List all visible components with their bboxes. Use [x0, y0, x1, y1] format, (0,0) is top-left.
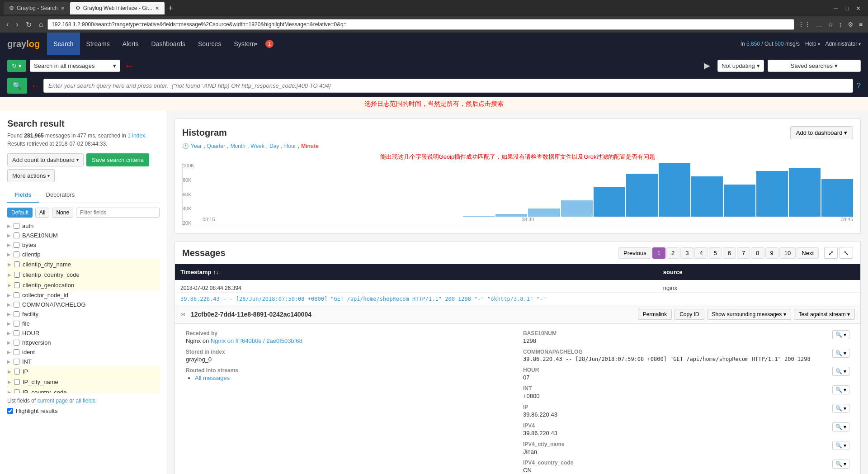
stream-selector[interactable]: Search in all messages ▾: [30, 60, 120, 72]
interval-year[interactable]: Year: [191, 143, 202, 149]
interval-week[interactable]: Week: [250, 143, 264, 149]
nav-dashboards[interactable]: Dashboards: [145, 33, 192, 55]
field-item-ip[interactable]: ▶ IP: [7, 366, 160, 377]
all-messages-link[interactable]: All messages: [195, 374, 230, 381]
field-item-clientip[interactable]: ▶ clientip: [7, 250, 160, 259]
interval-hour[interactable]: Hour: [284, 143, 296, 149]
interval-quarter[interactable]: Quarter: [207, 143, 226, 149]
browser-menu-icon[interactable]: …: [814, 20, 824, 29]
window-maximize[interactable]: □: [841, 5, 852, 12]
page-6-button[interactable]: 6: [723, 247, 736, 259]
all-fields-link[interactable]: all fields: [75, 398, 95, 404]
log-line[interactable]: 39.86.220.43 - - [28/Jun/2018:07:59:08 +…: [180, 296, 546, 302]
field-item-ident[interactable]: ▶ ident: [7, 347, 160, 357]
page-1-button[interactable]: 1: [652, 247, 665, 259]
field-checkbox-ip[interactable]: [14, 369, 20, 374]
admin-link[interactable]: Administrator: [826, 41, 861, 47]
field-item-hour[interactable]: ▶ HOUR: [7, 328, 160, 338]
field-item-collector[interactable]: ▶ collector_node_id: [7, 290, 160, 300]
browser-tab-2[interactable]: ⚙ Graylog Web Interface - Gr... ✕: [70, 2, 165, 14]
field-checkbox-commonapachelog[interactable]: [14, 302, 19, 308]
field-checkbox-int[interactable]: [14, 359, 19, 365]
field-checkbox-clientip[interactable]: [14, 251, 19, 257]
page-3-button[interactable]: 3: [680, 247, 693, 259]
permalink-button[interactable]: Permalink: [638, 309, 672, 320]
test-stream-button[interactable]: Test against stream: [794, 309, 855, 320]
bookmark-icon[interactable]: ☆: [826, 20, 835, 29]
forward-button[interactable]: ›: [13, 19, 21, 29]
next-page-button[interactable]: Next: [797, 247, 819, 259]
tab-fields[interactable]: Fields: [7, 188, 39, 203]
hour-zoom[interactable]: 🔍 ▾: [832, 367, 849, 376]
settings-icon[interactable]: ⚙: [846, 20, 855, 29]
browser-tab-1[interactable]: ⚙ Graylog - Search ✕: [4, 2, 70, 14]
help-link[interactable]: Help: [805, 41, 820, 47]
search-mode-button[interactable]: ↻ ▾: [7, 60, 26, 72]
message-id-text[interactable]: 12cfb0e2-7dd4-11e8-8891-0242ac140004: [191, 311, 311, 318]
field-checkbox-httpversion[interactable]: [14, 340, 19, 346]
field-item-base10num[interactable]: ▶ BASE10NUM: [7, 231, 160, 240]
nav-streams[interactable]: Streams: [80, 33, 116, 55]
page-2-button[interactable]: 2: [666, 247, 679, 259]
field-item-ip-city[interactable]: ▶ IP_city_name: [7, 377, 160, 387]
interval-minute[interactable]: Minute: [301, 143, 319, 149]
page-10-button[interactable]: 10: [779, 247, 796, 259]
filter-all-btn[interactable]: All: [35, 208, 49, 218]
field-item-ip-country[interactable]: ▶ IP_country_code: [7, 387, 160, 393]
ip-zoom[interactable]: 🔍 ▾: [832, 404, 849, 413]
current-page-link[interactable]: current page: [38, 398, 68, 404]
field-item-clientip-country[interactable]: ▶ clientip_country_code: [7, 270, 160, 280]
extensions-icon[interactable]: ⋮⋮: [796, 20, 812, 29]
ipv4-zoom[interactable]: 🔍 ▾: [832, 422, 849, 431]
page-8-button[interactable]: 8: [751, 247, 764, 259]
update-dropdown[interactable]: Not updating ▾: [717, 60, 764, 72]
page-5-button[interactable]: 5: [709, 247, 722, 259]
interval-day[interactable]: Day: [269, 143, 279, 149]
show-surrounding-button[interactable]: Show surrounding messages: [707, 309, 791, 320]
field-item-clientip-city[interactable]: ▶ clientip_city_name: [7, 259, 160, 270]
interval-month[interactable]: Month: [231, 143, 245, 149]
window-close[interactable]: ✕: [852, 5, 864, 12]
field-item-auth[interactable]: ▶ auth: [7, 221, 160, 231]
collapse-button[interactable]: ⤡: [840, 247, 853, 259]
play-button[interactable]: ▶: [700, 59, 714, 72]
node-link[interactable]: Nginx on ff f640b0e / 2ae0f503bf68: [211, 337, 302, 344]
nav-sources[interactable]: Sources: [192, 33, 227, 55]
nav-system[interactable]: System: [227, 33, 264, 55]
field-checkbox-collector[interactable]: [14, 292, 19, 298]
query-help-icon[interactable]: ?: [857, 82, 861, 90]
new-tab-button[interactable]: +: [165, 4, 177, 13]
copy-id-button[interactable]: Copy ID: [675, 309, 704, 320]
field-item-file[interactable]: ▶ file: [7, 319, 160, 328]
address-bar[interactable]: [47, 19, 794, 30]
window-minimize[interactable]: ─: [830, 5, 841, 12]
field-checkbox-clientip-country[interactable]: [14, 272, 20, 278]
add-to-dashboard-button[interactable]: Add to dashboard ▾: [790, 126, 853, 139]
search-input[interactable]: [43, 79, 853, 93]
field-item-int[interactable]: ▶ INT: [7, 357, 160, 366]
page-7-button[interactable]: 7: [737, 247, 750, 259]
field-item-bytes[interactable]: ▶ bytes: [7, 240, 160, 250]
index-count-link[interactable]: 1 index: [127, 133, 145, 139]
col-timestamp[interactable]: Timestamp ↑↓: [175, 264, 658, 280]
commonapachelog-zoom[interactable]: 🔍 ▾: [832, 349, 849, 358]
back-button[interactable]: ‹: [4, 19, 11, 29]
add-count-dashboard-button[interactable]: Add count to dashboard: [7, 153, 84, 166]
field-checkbox-ip-country[interactable]: [14, 389, 20, 393]
tab-close-1[interactable]: ✕: [61, 5, 65, 11]
filter-none-btn[interactable]: None: [52, 208, 73, 218]
sync-icon[interactable]: ↕: [837, 20, 844, 29]
search-button[interactable]: 🔍: [7, 78, 27, 94]
field-checkbox-clientip-geo[interactable]: [14, 282, 20, 288]
field-filter-input[interactable]: [76, 208, 160, 218]
more-actions-button[interactable]: More actions: [7, 169, 55, 182]
filter-default-btn[interactable]: Default: [7, 208, 33, 218]
ipv4-country-zoom[interactable]: 🔍 ▾: [832, 460, 849, 469]
tab-close-2[interactable]: ✕: [155, 5, 159, 11]
save-search-button[interactable]: Save search criteria: [86, 153, 149, 166]
page-9-button[interactable]: 9: [765, 247, 778, 259]
base10num-zoom[interactable]: 🔍 ▾: [832, 330, 849, 339]
field-item-httpversion[interactable]: ▶ httpversion: [7, 338, 160, 347]
field-checkbox-bytes[interactable]: [14, 242, 19, 248]
home-button[interactable]: ⌂: [36, 19, 46, 29]
